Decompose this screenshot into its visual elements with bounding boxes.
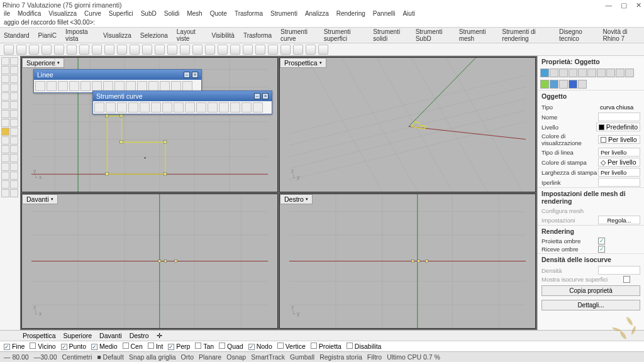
tool-icon[interactable] <box>58 81 68 91</box>
status-item[interactable]: Ultimo CPU 0.7 % <box>387 353 440 361</box>
prop-tab-icon[interactable] <box>578 69 587 77</box>
toolbar-icon[interactable] <box>318 45 328 55</box>
tool-icon[interactable] <box>1 101 9 109</box>
regola-button[interactable]: Regola... <box>598 216 640 224</box>
status-item[interactable]: Centimetri <box>62 353 92 361</box>
menu-aiuti[interactable]: Aiuti <box>402 10 414 17</box>
osnap-fine[interactable]: ✓ Fine <box>4 343 25 350</box>
toolbar-icon[interactable] <box>205 45 215 55</box>
toolbar-icon[interactable] <box>180 45 190 55</box>
tool-icon[interactable] <box>208 102 218 112</box>
btab-destro[interactable]: Destro <box>130 332 149 339</box>
tool-icon[interactable] <box>151 102 161 112</box>
status-item[interactable]: — 80.00 <box>4 353 29 361</box>
menu-visualizza[interactable]: Visualizza <box>48 10 77 17</box>
tool-icon[interactable] <box>1 110 9 118</box>
checkbox[interactable]: ✓ <box>598 238 605 244</box>
prop-tab-icon[interactable] <box>587 69 596 77</box>
tool-icon[interactable] <box>10 128 18 136</box>
tab-strum-rend[interactable]: Strumenti di rendering <box>502 28 550 42</box>
tool-icon[interactable] <box>10 119 18 127</box>
tool-icon[interactable] <box>10 84 18 92</box>
status-item[interactable]: —30.00 <box>34 353 57 361</box>
toolbar-icon[interactable] <box>92 45 102 55</box>
tool-icon[interactable] <box>1 119 9 127</box>
tab-strum-mesh[interactable]: Strumenti mesh <box>459 28 494 42</box>
toolbar-icon[interactable] <box>167 45 177 55</box>
osnap-int[interactable]: Int <box>148 343 164 350</box>
tool-icon[interactable] <box>140 102 150 112</box>
toolbar-icon[interactable] <box>255 45 265 55</box>
close-icon[interactable]: × <box>192 72 198 78</box>
toolbar-icon[interactable] <box>4 45 14 55</box>
minimize-icon[interactable]: – <box>184 72 190 78</box>
tab-impostavista[interactable]: Imposta vista <box>65 28 94 42</box>
prop-dropdown[interactable]: Predefinito <box>596 123 640 131</box>
tool-icon[interactable] <box>10 66 18 74</box>
toolbar-icon[interactable] <box>54 45 64 55</box>
osnap-vertice[interactable]: Vertice <box>277 343 306 350</box>
prop-dropdown[interactable]: Per livello <box>598 168 640 177</box>
tool-icon[interactable] <box>10 101 18 109</box>
btab-add[interactable]: ✛ <box>157 332 162 339</box>
tab-trasforma[interactable]: Trasforma <box>243 32 272 39</box>
status-item[interactable]: Registra storia <box>319 353 362 361</box>
tool-icon[interactable] <box>1 84 9 92</box>
tool-icon[interactable] <box>148 81 158 91</box>
tab-layout[interactable]: Layout viste <box>177 28 203 42</box>
btab-prospettica[interactable]: Prospettica <box>23 332 56 339</box>
status-item[interactable]: Planare <box>199 353 221 361</box>
menu-subd[interactable]: SubD <box>141 10 157 17</box>
tool-icon[interactable] <box>1 92 9 101</box>
osnap-perp[interactable]: ✓ Perp <box>168 343 190 350</box>
toolbar-icon[interactable] <box>16 45 26 55</box>
tool-icon[interactable] <box>10 189 18 197</box>
tool-icon[interactable] <box>230 102 240 112</box>
prop-tab-icon[interactable] <box>540 80 549 89</box>
prop-tab-icon[interactable] <box>569 69 577 77</box>
tab-standard[interactable]: Standard <box>4 32 30 39</box>
tool-icon[interactable] <box>1 180 9 189</box>
tool-icon[interactable] <box>185 102 195 112</box>
menu-modifica[interactable]: Modifica <box>18 10 41 17</box>
tool-icon[interactable] <box>106 102 116 112</box>
tool-icon[interactable] <box>94 102 104 112</box>
tab-strum-sol[interactable]: Strumenti solidi <box>373 28 406 42</box>
osnap-nodo[interactable]: ✓ Nodo <box>248 343 272 350</box>
osnap-punto[interactable]: ✓ Punto <box>61 343 86 350</box>
tool-icon[interactable] <box>1 128 9 136</box>
close-icon[interactable]: × <box>262 93 269 99</box>
close-button[interactable]: ✕ <box>636 1 641 9</box>
status-item[interactable]: Orto <box>181 353 194 361</box>
status-item[interactable]: Filtro <box>367 353 382 361</box>
prop-tab-icon[interactable] <box>606 69 615 77</box>
status-item[interactable]: Osnap <box>226 353 246 361</box>
copia-proprieta-button[interactable]: Copia proprietà <box>541 285 640 296</box>
osnap-tan[interactable]: Tan <box>195 343 214 350</box>
command-line[interactable]: aggio del raccordo fillet <30.00>: <box>0 18 644 28</box>
prop-tab-icon[interactable] <box>559 80 568 89</box>
tool-icon[interactable] <box>10 163 18 171</box>
tool-icon[interactable] <box>103 81 113 91</box>
osnap-disabilita[interactable]: Disabilita <box>347 343 382 350</box>
tool-icon[interactable] <box>35 81 45 91</box>
tool-icon[interactable] <box>242 102 252 112</box>
status-item[interactable]: Snap alla griglia <box>129 353 176 361</box>
toolbar-icon[interactable] <box>280 45 291 55</box>
minimize-button[interactable]: — <box>606 1 613 9</box>
tool-icon[interactable] <box>182 81 192 91</box>
toolbar-icon[interactable] <box>67 45 77 55</box>
viewport-prospettica[interactable]: Prospettica▾ z└ y <box>279 57 536 192</box>
btab-davanti[interactable]: Davanti <box>99 332 122 339</box>
osnap-medio[interactable]: ✓ Medio <box>91 343 118 350</box>
tab-strum-sup[interactable]: Strumenti superfici <box>324 28 365 42</box>
toolbar-icon[interactable] <box>218 45 228 55</box>
tool-icon[interactable] <box>47 81 57 91</box>
tool-icon[interactable] <box>1 163 9 171</box>
maximize-button[interactable]: ▢ <box>621 1 627 9</box>
tool-icon[interactable] <box>10 92 18 101</box>
prop-tab-icon[interactable] <box>550 69 558 77</box>
btab-superiore[interactable]: Superiore <box>64 332 92 339</box>
prop-tab-icon[interactable] <box>578 80 587 89</box>
tool-icon[interactable] <box>1 136 9 145</box>
